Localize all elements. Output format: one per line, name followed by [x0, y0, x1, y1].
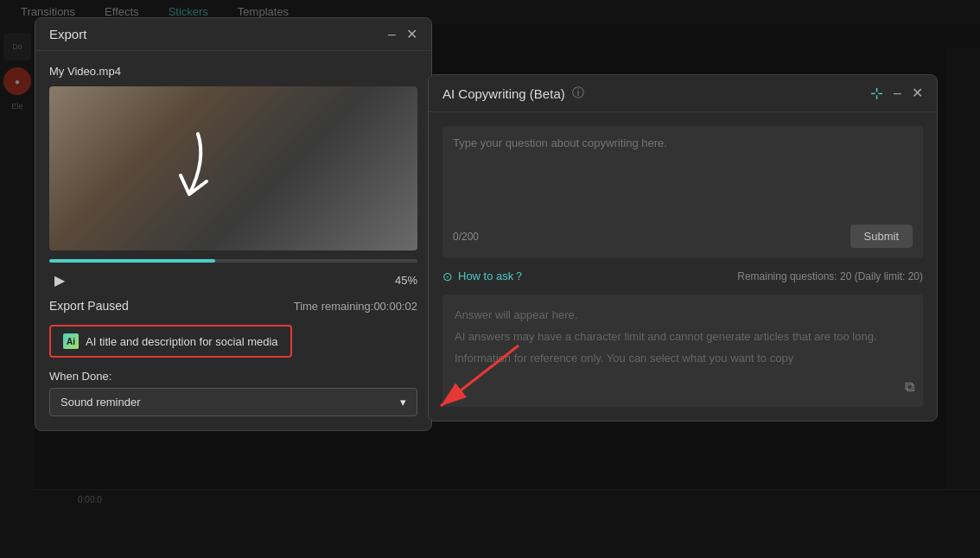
chevron-down-icon: ▾: [400, 396, 406, 409]
export-minimize-button[interactable]: –: [388, 28, 396, 41]
export-paused-label: Export Paused: [49, 299, 129, 313]
video-filename: My Video.mp4: [49, 65, 417, 78]
sound-reminder-dropdown[interactable]: Sound reminder ▾: [49, 388, 417, 416]
ai-textarea-container: 0/200 Submit: [442, 126, 923, 258]
ai-panel-title-left: AI Copywriting (Beta) ⓘ: [442, 86, 584, 101]
how-to-ask-link[interactable]: How to ask？: [458, 269, 525, 284]
how-to-ask-left: ⊙ How to ask？: [442, 269, 525, 284]
char-count: 0/200: [453, 231, 479, 243]
answer-placeholder-line1: Answer will appear here.: [455, 307, 911, 325]
export-status-row: ▶ 45%: [49, 269, 417, 290]
progress-bar-fill: [49, 259, 215, 263]
question-circle-icon: ⊙: [442, 269, 453, 283]
ai-copywriting-panel: AI Copywriting (Beta) ⓘ ⊹ – ✕ 0/200 Subm…: [428, 74, 938, 422]
video-preview: [49, 86, 417, 250]
pin-icon[interactable]: ⊹: [870, 84, 883, 103]
export-state-row: Export Paused Time remaining:00:00:02: [49, 299, 417, 313]
ai-panel-title: AI Copywriting (Beta): [442, 86, 565, 101]
how-to-ask-row: ⊙ How to ask？ Remaining questions: 20 (D…: [442, 269, 923, 284]
copy-icon[interactable]: ⧉: [905, 376, 914, 398]
ai-textarea-footer: 0/200 Submit: [453, 225, 913, 248]
ai-panel-close-button[interactable]: ✕: [912, 86, 923, 100]
ai-icon: Ai: [63, 333, 79, 349]
dropdown-value: Sound reminder: [60, 396, 141, 409]
submit-button[interactable]: Submit: [850, 225, 913, 248]
sketch-arrow: [163, 117, 267, 220]
time-remaining: Time remaining:00:00:02: [294, 300, 417, 313]
ai-panel-controls: ⊹ – ✕: [870, 84, 923, 103]
progress-bar-container: [49, 259, 417, 263]
ai-answer-area: Answer will appear here. AI answers may …: [442, 295, 923, 407]
export-body: My Video.mp4 ▶ 45% Export Paused: [35, 51, 431, 430]
ai-panel-minimize-button[interactable]: –: [894, 86, 901, 100]
when-done-label: When Done:: [49, 370, 417, 383]
export-percent: 45%: [395, 274, 417, 287]
video-preview-inner: [49, 86, 417, 250]
answer-placeholder-line2: AI answers may have a character limit an…: [455, 328, 911, 346]
ai-panel-body: 0/200 Submit ⊙ How to ask？ Remaining que…: [429, 112, 937, 421]
answer-placeholder-line3: Information for reference only. You can …: [455, 350, 911, 368]
export-titlebar-controls: – ✕: [388, 28, 417, 41]
ai-question-input[interactable]: [453, 136, 913, 214]
info-icon[interactable]: ⓘ: [572, 86, 584, 101]
remaining-questions: Remaining questions: 20 (Daily limit: 20…: [737, 270, 923, 282]
play-button[interactable]: ▶: [49, 269, 70, 290]
export-titlebar: Export – ✕: [35, 18, 431, 51]
play-icon: ▶: [54, 272, 65, 289]
ai-button-label: AI title and description for social medi…: [86, 335, 278, 348]
export-dialog: Export – ✕ My Video.mp4 ▶ 45%: [35, 17, 432, 431]
export-close-button[interactable]: ✕: [406, 28, 417, 41]
ai-social-media-button[interactable]: Ai AI title and description for social m…: [49, 325, 292, 358]
export-title: Export: [49, 27, 86, 41]
ai-panel-titlebar: AI Copywriting (Beta) ⓘ ⊹ – ✕: [429, 75, 937, 112]
